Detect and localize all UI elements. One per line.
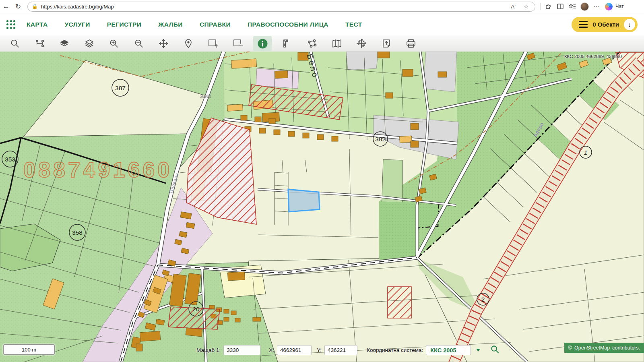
parcel-label-1: 1 — [584, 149, 588, 156]
select-subtract-icon[interactable] — [229, 36, 247, 51]
osm-attribution: © OpenStreetMap contributors. — [564, 343, 644, 353]
cadastre-id-label: 56981 — [200, 94, 211, 99]
profile-avatar[interactable] — [579, 2, 590, 11]
hamburger-icon — [579, 21, 588, 28]
back-icon[interactable]: ← — [0, 2, 12, 10]
layers-outline-icon[interactable] — [80, 36, 99, 51]
lock-icon: 🔒 — [32, 4, 38, 9]
select-add-icon[interactable] — [204, 36, 222, 51]
route-snap-icon[interactable] — [31, 36, 49, 51]
map-toolbar — [0, 35, 644, 52]
layers-filled-icon[interactable] — [55, 36, 74, 51]
copilot-chat-label[interactable]: Чат — [615, 4, 624, 9]
crs-value: ККС 2005 — [430, 347, 456, 354]
coordinate-axes-icon[interactable] — [352, 36, 371, 51]
objects-button-label: 0 Обекти — [592, 21, 619, 28]
extensions-icon[interactable] — [543, 2, 553, 11]
address-bar[interactable]: 🔒 https://kais.cadastre.bg/bg/Map Aʹ ☆ — [27, 2, 535, 12]
cursor-coordinates-readout: ККС 2005 4662889, 436890 — [564, 54, 622, 59]
more-menu-icon[interactable]: ⋯ — [591, 2, 602, 11]
scale-bar-text: 100 m — [22, 347, 36, 353]
nav-item-karta[interactable]: КАРТА — [27, 21, 47, 28]
location-pin-icon[interactable] — [179, 36, 198, 51]
copilot-icon[interactable] — [603, 2, 614, 11]
favorite-star-icon[interactable]: ☆ — [521, 3, 531, 10]
print-icon[interactable] — [402, 36, 420, 51]
pan-icon[interactable] — [154, 36, 173, 51]
nav-item-spravki[interactable]: СПРАВКИ — [200, 21, 231, 28]
read-aloud-icon[interactable]: Aʹ — [508, 4, 518, 10]
nav-item-uslugi[interactable]: УСЛУГИ — [64, 21, 90, 28]
zoom-out-icon[interactable] — [130, 36, 148, 51]
download-arrow-icon[interactable]: ↓ — [624, 19, 635, 30]
search-tool-icon[interactable] — [6, 36, 24, 51]
scale-label: Мащаб 1: — [196, 347, 221, 353]
map-container: 387 353 358 382 20 1 2 Бело Пловдив одор… — [0, 52, 644, 362]
parcel-label-20: 20 — [192, 306, 200, 312]
x-label: X: — [269, 347, 274, 353]
scale-bar: 100 m — [3, 344, 55, 355]
coordinates-search-icon[interactable] — [490, 345, 500, 356]
map-status-bar: Мащаб 1: X: Y: Координатна система: ККС … — [196, 345, 500, 356]
nav-item-registri[interactable]: РЕГИСТРИ — [107, 21, 142, 28]
export-icon[interactable] — [377, 36, 396, 51]
nav-item-test[interactable]: ТЕСТ — [345, 21, 362, 28]
osm-link[interactable]: OpenStreetMap — [574, 345, 610, 351]
y-label: Y: — [317, 347, 322, 353]
y-coordinate-input[interactable] — [324, 345, 357, 355]
map-sheets-icon[interactable] — [328, 36, 346, 51]
favorites-bar-icon[interactable] — [567, 2, 578, 11]
phone-watermark: 0887491660 — [23, 157, 172, 182]
selected-parcel — [288, 189, 320, 212]
apps-grid-icon[interactable] — [6, 20, 15, 29]
parcel-label-2: 2 — [481, 296, 485, 303]
parcel-label-387: 387 — [115, 85, 126, 91]
browser-actions: ⋯ Чат — [539, 2, 624, 11]
objects-button[interactable]: 0 Обекти ↓ — [572, 17, 638, 32]
app-header: КАРТА УСЛУГИ РЕГИСТРИ ЖАЛБИ СПРАВКИ ПРАВ… — [0, 13, 644, 35]
nav-item-zhalbi[interactable]: ЖАЛБИ — [158, 21, 183, 28]
refresh-icon[interactable]: ↻ — [12, 2, 24, 11]
url-text[interactable]: https://kais.cadastre.bg/bg/Map — [41, 4, 505, 10]
split-screen-icon[interactable] — [555, 2, 566, 11]
nav-item-pravosposobni-litsa[interactable]: ПРАВОСПОСОБНИ ЛИЦА — [248, 21, 328, 28]
browser-chrome: ← ↻ 🔒 https://kais.cadastre.bg/bg/Map Aʹ… — [0, 0, 644, 13]
zoom-in-icon[interactable] — [105, 36, 123, 51]
copyright-symbol: © — [568, 345, 572, 351]
attribution-suffix: contributors. — [612, 345, 640, 351]
parcel-label-358: 358 — [72, 229, 83, 236]
x-coordinate-input[interactable] — [277, 345, 312, 355]
crs-caret-icon[interactable] — [476, 349, 480, 352]
info-tool-icon[interactable] — [253, 36, 272, 51]
divider — [540, 3, 541, 10]
parcel-label-382: 382 — [375, 136, 386, 143]
crs-dropdown[interactable]: ККС 2005 — [426, 345, 471, 355]
measure-area-icon[interactable] — [303, 36, 321, 51]
scale-input[interactable] — [223, 345, 260, 355]
parcel-label-353: 353 — [5, 156, 15, 163]
crs-label: Координатна система: — [367, 347, 423, 353]
main-nav: КАРТА УСЛУГИ РЕГИСТРИ ЖАЛБИ СПРАВКИ ПРАВ… — [27, 21, 362, 28]
cadastral-map[interactable]: 387 353 358 382 20 1 2 Бело Пловдив одор… — [0, 52, 644, 362]
measure-length-icon[interactable] — [278, 36, 297, 51]
